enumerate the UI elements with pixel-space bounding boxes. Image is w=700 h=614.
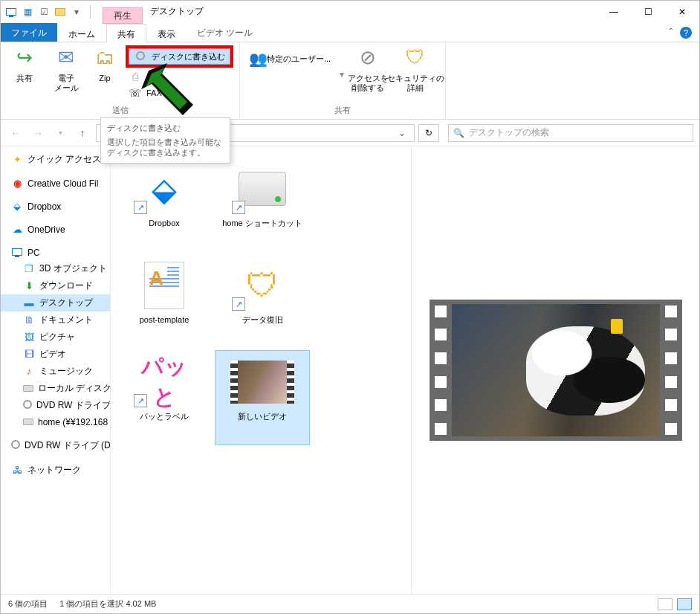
file-item-dropbox[interactable]: ⬙ ↗ Dropbox	[117, 157, 212, 252]
nav-videos[interactable]: 🎞ビデオ	[1, 346, 110, 363]
file-item-patto-label[interactable]: パッと ↗ パッとラベル	[117, 350, 212, 445]
nav-pc[interactable]: PC	[1, 245, 110, 260]
qa-folder-icon[interactable]	[54, 6, 66, 18]
dropdown-icon[interactable]: ▾	[340, 69, 344, 80]
group-label-send: 送信	[7, 103, 233, 117]
file-item-post-template[interactable]: A post-template	[117, 253, 212, 349]
up-button[interactable]: ↑	[74, 124, 91, 142]
nav-desktop[interactable]: ▬デスクトップ	[1, 294, 110, 311]
dropbox-icon: ⬙	[11, 201, 23, 212]
address-dropdown-icon[interactable]: ⌄	[395, 128, 409, 138]
dvd2-icon	[11, 440, 20, 451]
nav-network[interactable]: 🖧ネットワーク	[1, 462, 110, 479]
file-tab[interactable]: ファイル	[1, 23, 57, 42]
remove-access-icon: ⊘	[360, 45, 376, 71]
help-icon[interactable]: ?	[680, 27, 692, 39]
refresh-button[interactable]: ↻	[418, 124, 439, 142]
ribbon-tabs: ファイル ホーム 共有 表示 ビデオ ツール ˆ ?	[1, 23, 699, 42]
nav-pane[interactable]: ✦クイック アクセス ◉Creative Cloud Fil ⬙Dropbox …	[1, 146, 111, 594]
ribbon-collapse-icon[interactable]: ˆ	[670, 27, 673, 38]
download-icon: ⬇	[23, 280, 35, 291]
close-button[interactable]: ✕	[665, 1, 699, 23]
preview-pane	[412, 146, 699, 594]
onedrive-icon: ☁	[11, 224, 23, 235]
nav-music[interactable]: ♪ミュージック	[1, 363, 110, 380]
print-icon: ⎙	[129, 71, 142, 83]
burn-label: ディスクに書き込む	[152, 51, 225, 62]
video-thumbnail	[452, 304, 660, 436]
shortcut-overlay-icon: ↗	[134, 201, 147, 214]
fax-button[interactable]: ☏ FAX	[126, 85, 233, 100]
qa-separator	[90, 5, 91, 19]
remove-access-button[interactable]: ⊘ アクセスを 削除する	[350, 45, 386, 92]
mail-icon: ✉	[58, 45, 74, 71]
nav-dvd2[interactable]: DVD RW ドライブ (D	[1, 437, 110, 454]
drive-icon	[23, 383, 33, 394]
app-icon	[5, 6, 17, 18]
file-name: post-template	[119, 315, 210, 325]
contextual-tab-play[interactable]: 再生	[103, 7, 143, 24]
videos-icon: 🎞	[23, 349, 35, 360]
share-icon: ↪	[16, 45, 33, 71]
maximize-button[interactable]: ☐	[631, 1, 665, 23]
nav-onedrive[interactable]: ☁OneDrive	[1, 222, 110, 237]
view-large-icons-button[interactable]	[677, 598, 692, 610]
status-bar: 6 個の項目 1 個の項目を選択 4.02 MB	[1, 594, 699, 613]
recent-dropdown[interactable]: ▾	[51, 124, 69, 142]
forward-button[interactable]: →	[29, 124, 47, 142]
file-item-home-shortcut[interactable]: ↗ home ショートカット	[215, 157, 310, 252]
minimize-button[interactable]: —	[597, 1, 631, 23]
qa-properties-icon[interactable]: ▦	[22, 6, 33, 18]
nav-local-disk[interactable]: ローカル ディスク (C	[1, 380, 110, 397]
search-placeholder: デスクトップの検索	[469, 126, 549, 139]
items-pane[interactable]: ⬙ ↗ Dropbox ↗ home ショートカット A post-templa…	[111, 146, 412, 594]
file-name: パッとラベル	[119, 412, 210, 421]
back-button[interactable]: ←	[7, 124, 25, 142]
pc-icon	[11, 247, 23, 258]
cc-icon: ◉	[11, 178, 23, 189]
tab-view[interactable]: 表示	[146, 24, 187, 42]
security-icon: 🛡	[406, 45, 425, 71]
view-details-button[interactable]	[658, 598, 673, 610]
tab-video-tools[interactable]: ビデオ ツール	[187, 23, 263, 42]
content-area: ⬙ ↗ Dropbox ↗ home ショートカット A post-templa…	[111, 146, 699, 594]
specific-user-button[interactable]: 👥 特定のユーザー...	[246, 48, 334, 69]
search-box[interactable]: 🔍 デスクトップの検索	[448, 124, 693, 142]
security-detail-label: セキュリティの 詳細	[387, 74, 444, 92]
nav-documents[interactable]: 🗎ドキュメント	[1, 311, 110, 329]
qa-check-icon[interactable]: ☑	[38, 6, 50, 18]
nav-dropbox[interactable]: ⬙Dropbox	[1, 198, 110, 214]
tab-home[interactable]: ホーム	[57, 24, 106, 42]
dvd-icon	[23, 400, 32, 411]
mail-button[interactable]: ✉ 電子 メール	[48, 45, 84, 92]
shortcut-overlay-icon: ↗	[134, 394, 147, 407]
status-count: 6 個の項目	[8, 598, 48, 610]
zip-button[interactable]: 🗂 Zip	[90, 45, 120, 83]
titlebar: ▦ ☑ ▾ 再生 デスクトップ — ☐ ✕	[1, 1, 699, 23]
nav-dvd[interactable]: DVD RW ドライブ	[1, 397, 110, 414]
file-item-new-video[interactable]: 新しいビデオ	[215, 350, 310, 445]
nav-quick-access[interactable]: ✦クイック アクセス	[1, 151, 110, 168]
burn-to-disc-button[interactable]: ディスクに書き込む	[129, 48, 230, 65]
ribbon-group-share: 👥 特定のユーザー... ▾ ⊘ アクセスを 削除する 🛡 セキュリティの 詳細…	[240, 42, 446, 119]
nav-3d-objects[interactable]: ❒3D オブジェクト	[1, 260, 110, 277]
file-item-data-recovery[interactable]: 🛡 ↗ データ復旧	[215, 253, 310, 349]
specific-user-label: 特定のユーザー...	[267, 54, 331, 65]
video-preview	[430, 300, 682, 441]
tab-share[interactable]: 共有	[106, 24, 146, 42]
cube-icon: ❒	[23, 263, 35, 274]
ribbon-group-send: ↪ 共有 ✉ 電子 メール 🗂 Zip ディスクに書き込む	[1, 42, 240, 119]
share-button[interactable]: ↪ 共有	[7, 45, 42, 83]
nav-home-share[interactable]: home (¥¥192.168	[1, 414, 110, 430]
nav-pictures[interactable]: 🖼ピクチャ	[1, 329, 110, 346]
video-large-icon	[230, 361, 294, 404]
nav-creative-cloud[interactable]: ◉Creative Cloud Fil	[1, 175, 110, 191]
shortcut-overlay-icon: ↗	[232, 297, 245, 311]
burn-highlight-box: ディスクに書き込む	[126, 45, 233, 68]
print-button[interactable]: ⎙ 印刷	[126, 69, 233, 84]
security-detail-button[interactable]: 🛡 セキュリティの 詳細	[392, 45, 439, 92]
tooltip-body: 選択した項目を書き込み可能なディスクに書き込みます。	[107, 137, 224, 158]
qa-overflow-icon[interactable]: ▾	[71, 6, 82, 18]
nav-downloads[interactable]: ⬇ダウンロード	[1, 277, 110, 294]
file-name: データ復旧	[217, 315, 308, 325]
